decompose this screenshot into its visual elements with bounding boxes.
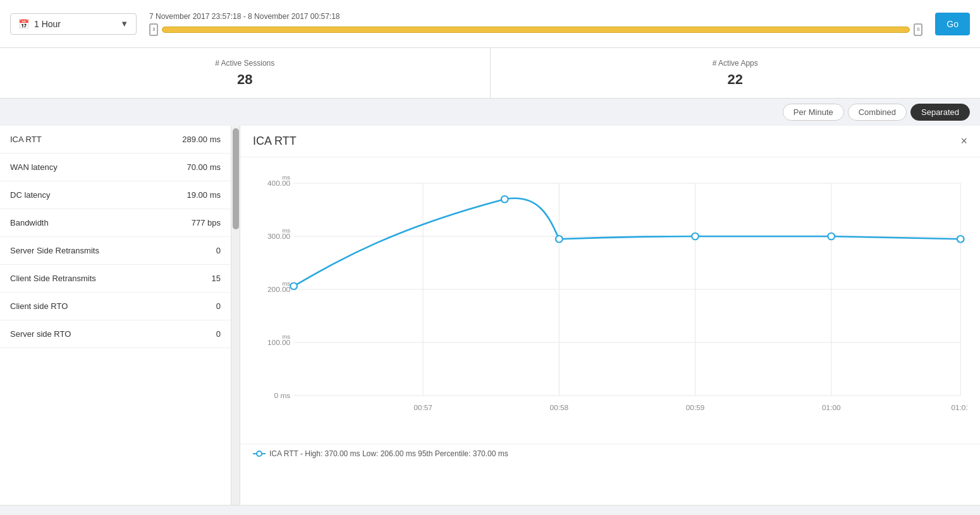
metric-name: ICA RTT (10, 135, 42, 144)
metric-name: Client side RTO (10, 301, 68, 311)
calendar-icon: 📅 (18, 19, 29, 29)
svg-point-31 (257, 451, 262, 456)
svg-text:00:58: 00:58 (549, 403, 568, 411)
slider-track[interactable] (162, 27, 910, 33)
active-sessions-value: 28 (237, 71, 252, 88)
metric-row[interactable]: DC latency 19.00 ms (0, 181, 231, 209)
slider-wrapper: ⏸ ⏸ (149, 23, 922, 36)
svg-text:00:57: 00:57 (413, 403, 432, 411)
metric-row[interactable]: Client Side Retransmits 15 (0, 265, 231, 293)
go-button[interactable]: Go (935, 13, 970, 35)
svg-text:00:59: 00:59 (686, 403, 705, 411)
metric-value: 0 (216, 246, 221, 255)
chart-close-button[interactable]: × (960, 135, 967, 148)
metric-row[interactable]: ICA RTT 289.00 ms (0, 126, 231, 154)
svg-text:ms: ms (282, 333, 290, 340)
metric-row[interactable]: Client side RTO 0 (0, 293, 231, 320)
metric-value: 70.00 ms (187, 162, 221, 172)
metric-list: ICA RTT 289.00 ms WAN latency 70.00 ms D… (0, 126, 240, 348)
svg-text:01:01: 01:01 (951, 403, 967, 411)
scrollbar-thumb[interactable] (233, 128, 239, 229)
metric-row[interactable]: Bandwidth 777 bps (0, 209, 231, 237)
time-range-container: 7 November 2017 23:57:18 - 8 November 20… (149, 12, 922, 36)
metric-value: 289.00 ms (182, 135, 221, 144)
metric-value: 19.00 ms (187, 190, 221, 200)
dropdown-arrow-icon: ▼ (120, 19, 128, 28)
chart-svg: 400.00 ms 300.00 ms 200.00 ms 100.00 ms … (253, 170, 967, 435)
active-sessions-box: # Active Sessions 28 (0, 48, 491, 98)
active-apps-value: 22 (728, 71, 743, 88)
metric-value: 777 bps (192, 218, 221, 227)
svg-text:ms: ms (282, 280, 290, 287)
active-sessions-label: # Active Sessions (215, 59, 274, 68)
metric-row[interactable]: WAN latency 70.00 ms (0, 154, 231, 181)
per-minute-button[interactable]: Per Minute (783, 104, 844, 121)
active-apps-box: # Active Apps 22 (491, 48, 981, 98)
chart-legend: ICA RTT - High: 370.00 ms Low: 206.00 ms… (240, 444, 980, 463)
svg-point-28 (828, 233, 835, 240)
metric-name: Client Side Retransmits (10, 274, 96, 283)
bottom-bar (0, 505, 980, 515)
svg-point-29 (957, 236, 964, 243)
metric-name: DC latency (10, 190, 51, 200)
svg-point-27 (692, 233, 699, 240)
svg-text:ms: ms (282, 174, 290, 181)
main-content: ICA RTT 289.00 ms WAN latency 70.00 ms D… (0, 126, 980, 505)
chart-panel: ICA RTT × 400.00 ms 300.00 (240, 126, 980, 505)
separated-button[interactable]: Separated (910, 104, 970, 121)
chart-area: 400.00 ms 300.00 ms 200.00 ms 100.00 ms … (240, 157, 980, 444)
view-controls: Per Minute Combined Separated (0, 99, 980, 126)
metric-row[interactable]: Server side RTO 0 (0, 320, 231, 348)
svg-point-26 (556, 236, 563, 243)
time-selector[interactable]: 📅 1 Hour ▼ (10, 13, 137, 35)
time-range-label: 7 November 2017 23:57:18 - 8 November 20… (149, 12, 922, 21)
chart-title: ICA RTT (253, 135, 297, 148)
metric-name: Server side RTO (10, 329, 71, 339)
metric-row[interactable]: Server Side Retransmits 0 (0, 237, 231, 265)
metric-name: Server Side Retransmits (10, 246, 99, 255)
legend-line-icon (253, 450, 266, 457)
svg-point-25 (501, 196, 508, 203)
metric-name: WAN latency (10, 162, 58, 172)
active-apps-label: # Active Apps (713, 59, 758, 68)
chart-header: ICA RTT × (240, 126, 980, 157)
left-panel: ICA RTT 289.00 ms WAN latency 70.00 ms D… (0, 126, 240, 505)
metric-value: 0 (216, 301, 221, 311)
metric-value: 15 (212, 274, 221, 283)
combined-button[interactable]: Combined (848, 104, 907, 121)
slider-handle-right[interactable]: ⏸ (914, 23, 922, 36)
svg-point-24 (290, 283, 297, 290)
top-bar: 📅 1 Hour ▼ 7 November 2017 23:57:18 - 8 … (0, 0, 980, 48)
metric-name: Bandwidth (10, 218, 49, 227)
slider-handle-left[interactable]: ⏸ (149, 23, 158, 36)
scrollbar[interactable] (231, 126, 240, 505)
time-selector-label: 1 Hour (34, 19, 115, 29)
svg-text:0 ms: 0 ms (274, 391, 291, 399)
legend-text: ICA RTT - High: 370.00 ms Low: 206.00 ms… (269, 449, 508, 458)
svg-text:ms: ms (282, 227, 290, 234)
svg-text:01:00: 01:00 (822, 403, 841, 411)
stats-bar: # Active Sessions 28 # Active Apps 22 (0, 48, 980, 99)
metric-value: 0 (216, 329, 221, 339)
